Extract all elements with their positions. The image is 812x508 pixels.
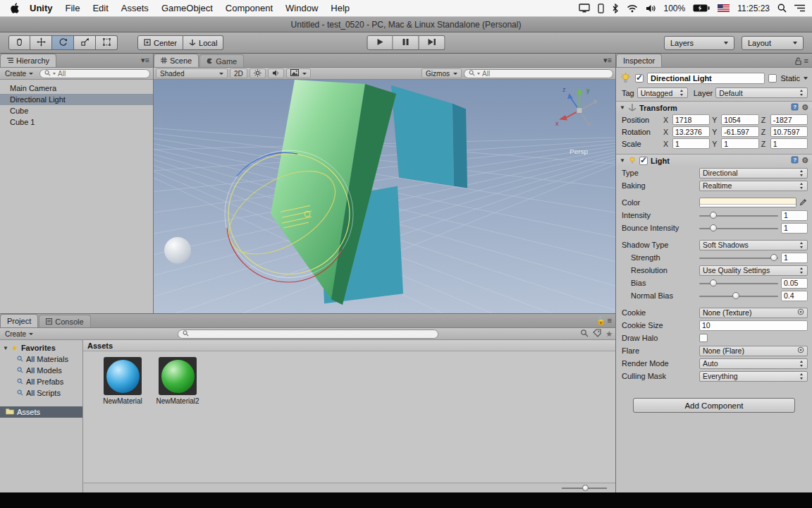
transform-header[interactable]: ▼ Transform ? ⚙ xyxy=(616,101,812,114)
rotation-x-field[interactable]: 13.2376 xyxy=(672,126,710,137)
hierarchy-item-directional-light[interactable]: Directional Light xyxy=(0,94,153,105)
bounce-intensity-slider[interactable] xyxy=(699,223,778,234)
search-by-label-icon[interactable] xyxy=(593,329,601,339)
gear-icon[interactable]: ⚙ xyxy=(801,156,808,165)
position-x-field[interactable]: 1718 xyxy=(672,114,710,125)
help-book-icon[interactable]: ? xyxy=(791,103,799,112)
asset-newmaterial[interactable]: NewMaterial xyxy=(96,357,149,405)
scene-search-input[interactable]: All xyxy=(464,69,613,78)
pause-button[interactable] xyxy=(393,35,419,50)
rotation-z-field[interactable]: 10.7597 xyxy=(770,126,808,137)
scene-viewport[interactable]: y x z Persp xyxy=(154,80,615,313)
tab-inspector[interactable]: Inspector xyxy=(616,54,662,67)
strength-field[interactable]: 1 xyxy=(781,253,808,263)
window-titlebar[interactable]: Untitled - test_0520 - PC, Mac & Linux S… xyxy=(0,17,812,32)
scene-orientation-gizmo[interactable]: y x z Persp xyxy=(555,86,598,155)
rotate-tool-button[interactable] xyxy=(52,35,74,50)
scene-lighting-toggle[interactable] xyxy=(250,68,266,78)
static-checkbox[interactable] xyxy=(768,74,777,83)
cookie-object-field[interactable]: None (Texture) xyxy=(699,308,808,318)
us-flag-icon[interactable] xyxy=(718,4,730,12)
static-flags-dropdown-icon[interactable] xyxy=(804,77,808,80)
assets-folder[interactable]: Assets xyxy=(0,406,82,418)
project-create-button[interactable]: Create xyxy=(3,329,35,339)
pivot-local-button[interactable]: Local xyxy=(183,35,223,50)
hierarchy-search-input[interactable]: All xyxy=(39,69,150,78)
hierarchy-item-cube[interactable]: Cube xyxy=(0,105,153,116)
eyedropper-icon[interactable] xyxy=(799,198,808,207)
asset-newmaterial2[interactable]: NewMaterial2 xyxy=(151,357,204,405)
object-name-field[interactable]: Directional Light xyxy=(647,73,765,84)
tab-console[interactable]: Console xyxy=(39,315,90,327)
favorite-all-scripts[interactable]: All Scripts xyxy=(0,387,82,399)
draw-halo-checkbox[interactable] xyxy=(699,334,708,342)
scale-x-field[interactable]: 1 xyxy=(672,138,710,149)
inspector-lock-icon[interactable]: ≡ xyxy=(795,56,812,67)
normal-bias-field[interactable]: 0.4 xyxy=(781,291,808,301)
menu-gameobject[interactable]: GameObject xyxy=(155,3,219,13)
draw-mode-dropdown[interactable]: Shaded xyxy=(156,68,228,78)
panel-menu-icon[interactable]: ▾≡ xyxy=(603,56,615,67)
favorite-star-icon[interactable]: ★ xyxy=(605,329,613,339)
shadow-type-dropdown[interactable]: Soft Shadows xyxy=(699,240,808,250)
panel-menu-icon[interactable]: ≡ xyxy=(804,56,808,65)
favorite-all-materials[interactable]: All Materials xyxy=(0,353,82,365)
play-button[interactable] xyxy=(367,35,393,50)
scale-tool-button[interactable] xyxy=(74,35,96,50)
phone-icon[interactable] xyxy=(598,4,604,13)
object-picker-icon[interactable] xyxy=(797,346,804,355)
intensity-field[interactable]: 1 xyxy=(781,210,808,221)
persp-label[interactable]: Persp xyxy=(570,147,589,155)
position-z-field[interactable]: -1827 xyxy=(770,114,808,125)
foldout-icon[interactable]: ▼ xyxy=(3,345,8,351)
bluetooth-icon[interactable] xyxy=(612,4,619,13)
hierarchy-create-button[interactable]: Create xyxy=(3,68,35,79)
search-by-type-icon[interactable] xyxy=(580,329,589,339)
tab-project[interactable]: Project xyxy=(0,314,38,327)
bias-slider[interactable] xyxy=(699,278,778,289)
cookie-size-field[interactable]: 10 xyxy=(699,320,808,331)
sphere-gizmo[interactable] xyxy=(164,237,191,264)
spotlight-icon[interactable] xyxy=(777,4,787,13)
layout-dropdown[interactable]: Layout xyxy=(742,36,804,50)
enabled-checkbox[interactable] xyxy=(635,74,644,83)
color-swatch[interactable] xyxy=(699,198,796,207)
menu-unity[interactable]: Unity xyxy=(23,3,59,13)
scene-audio-toggle[interactable] xyxy=(268,68,284,78)
menu-component[interactable]: Component xyxy=(219,3,279,13)
menu-help[interactable]: Help xyxy=(324,3,356,13)
foldout-icon[interactable]: ▼ xyxy=(620,157,625,164)
light-header[interactable]: ▼ Light ? ⚙ xyxy=(616,154,812,167)
volume-icon[interactable] xyxy=(646,4,656,13)
position-y-field[interactable]: 1054 xyxy=(721,114,758,125)
culling-mask-dropdown[interactable]: Everything xyxy=(699,371,808,382)
tab-game[interactable]: Game xyxy=(199,54,244,67)
foldout-icon[interactable]: ▼ xyxy=(620,104,625,111)
flare-object-field[interactable]: None (Flare) xyxy=(699,346,808,356)
slider-thumb[interactable] xyxy=(582,485,589,491)
move-tool-button[interactable] xyxy=(30,35,52,50)
step-button[interactable] xyxy=(419,35,445,50)
display-icon[interactable] xyxy=(579,4,590,13)
menu-window[interactable]: Window xyxy=(279,3,324,13)
menu-assets[interactable]: Assets xyxy=(115,3,155,13)
favorite-all-prefabs[interactable]: All Prefabs xyxy=(0,376,82,387)
render-mode-dropdown[interactable]: Auto xyxy=(699,358,808,369)
strength-slider[interactable] xyxy=(699,253,778,263)
bounce-intensity-field[interactable]: 1 xyxy=(781,223,808,234)
search-filter-icon[interactable] xyxy=(53,73,56,75)
resolution-dropdown[interactable]: Use Quality Settings xyxy=(699,265,808,276)
rotation-y-field[interactable]: -61.597 xyxy=(721,126,758,137)
hand-tool-button[interactable] xyxy=(8,35,30,50)
add-component-button[interactable]: Add Component xyxy=(633,398,795,413)
pivot-center-button[interactable]: Center xyxy=(137,35,183,50)
tab-scene[interactable]: Scene xyxy=(154,54,199,67)
tag-dropdown[interactable]: Untagged xyxy=(637,87,688,98)
menu-edit[interactable]: Edit xyxy=(86,3,114,13)
tab-hierarchy[interactable]: Hierarchy xyxy=(0,54,56,67)
menu-file[interactable]: File xyxy=(59,3,87,13)
effects-dropdown[interactable] xyxy=(286,68,311,78)
apple-icon[interactable] xyxy=(7,3,23,13)
menu-list-icon[interactable] xyxy=(794,4,805,12)
bias-field[interactable]: 0.05 xyxy=(781,278,808,289)
